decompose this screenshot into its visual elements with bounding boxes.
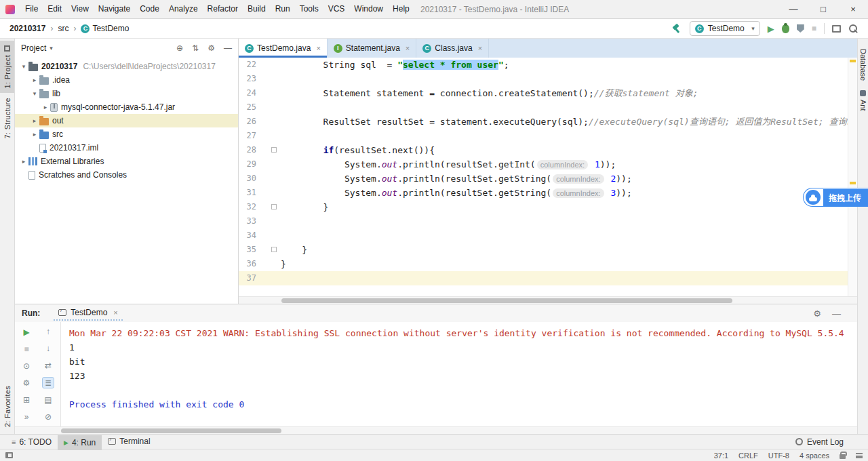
rerun-button[interactable]: ▶ xyxy=(20,326,33,338)
menu-file[interactable]: File xyxy=(20,0,43,18)
event-log-button[interactable]: Event Log xyxy=(795,437,863,447)
editor-tab-testdemo-java[interactable]: CTestDemo.java× xyxy=(239,39,328,58)
stop-button[interactable]: ■ xyxy=(20,343,33,355)
menu-code[interactable]: Code xyxy=(135,0,164,18)
editor[interactable]: 22 String sql = "select * from user";232… xyxy=(239,58,857,296)
chevron-right-icon[interactable]: ▸ xyxy=(19,158,28,165)
clear-all-button[interactable]: ⊘ xyxy=(42,411,54,422)
tree-item-out[interactable]: ▸out xyxy=(15,114,238,127)
code-line[interactable]: 33 xyxy=(239,214,857,228)
search-everywhere-icon[interactable] xyxy=(848,24,859,34)
code-line[interactable]: 30 System.out.println(resultSet.getStrin… xyxy=(239,172,857,186)
highlighting-level-icon[interactable] xyxy=(856,453,863,458)
tool-stripe-button-database[interactable]: Database xyxy=(858,44,868,85)
pin-button[interactable]: ⊞ xyxy=(20,394,33,405)
chevron-right-icon[interactable]: ▸ xyxy=(30,77,39,83)
breadcrumb-item-src[interactable]: src xyxy=(55,22,71,35)
close-icon[interactable]: × xyxy=(478,44,482,52)
scroll-to-end-button[interactable]: ≣ xyxy=(42,377,54,388)
console-output[interactable]: Mon Mar 22 09:22:03 CST 2021 WARN: Estab… xyxy=(61,322,857,426)
code-line[interactable]: 37 xyxy=(239,271,857,285)
drag-upload-overlay[interactable]: 拖拽上传 xyxy=(803,188,868,207)
editor-horizontal-scrollbar[interactable] xyxy=(239,296,857,304)
project-structure-icon[interactable] xyxy=(832,25,841,33)
code-line[interactable]: 36} xyxy=(239,257,857,271)
toolwindow-button-terminal[interactable]: Terminal xyxy=(102,434,156,449)
tool-stripe-button-ant[interactable]: Ant xyxy=(858,85,868,116)
chevron-right-icon[interactable]: ▸ xyxy=(41,104,50,111)
run-button[interactable]: ▶ xyxy=(768,24,774,34)
tool-stripe-button-1-project[interactable]: 1: Project xyxy=(0,41,14,93)
print-button[interactable]: ▤ xyxy=(42,394,54,405)
menu-window[interactable]: Window xyxy=(349,0,388,18)
chevron-down-icon[interactable]: ▾ xyxy=(30,90,39,97)
menu-refactor[interactable]: Refactor xyxy=(203,0,243,18)
code-line[interactable]: 29 System.out.println(resultSet.getInt(c… xyxy=(239,157,857,172)
code-line[interactable]: 22 String sql = "select * from user"; xyxy=(239,58,857,72)
editor-tab-statement-java[interactable]: IStatement.java× xyxy=(328,39,416,58)
tree-item-src[interactable]: ▸src xyxy=(15,127,238,141)
caret-position[interactable]: 37:1 xyxy=(714,452,728,460)
run-settings-button[interactable]: ⚙ xyxy=(20,377,33,388)
close-icon[interactable]: × xyxy=(406,44,410,52)
fold-marker[interactable] xyxy=(271,147,277,153)
tree-item-20210317-iml[interactable]: 20210317.iml xyxy=(15,141,238,155)
tool-stripe-button-7-structure[interactable]: 7: Structure xyxy=(0,93,14,143)
toolwindow-button-4-run[interactable]: ▶4: Run xyxy=(58,435,102,450)
stripe-mark[interactable] xyxy=(850,60,856,62)
run-tab[interactable]: TestDemo × xyxy=(54,306,122,321)
breadcrumb-item-testdemo[interactable]: CTestDemo xyxy=(78,22,132,35)
hide-panel-icon[interactable]: — xyxy=(832,308,841,319)
run-configuration-select[interactable]: C TestDemo ▾ xyxy=(690,21,760,36)
code-line[interactable]: 24 Statement statement = connection.crea… xyxy=(239,86,857,100)
gear-icon[interactable]: ⚙ xyxy=(813,308,821,319)
console-line[interactable] xyxy=(69,383,857,397)
dump-threads-button[interactable]: ⊙ xyxy=(20,360,33,372)
minimize-button[interactable]: — xyxy=(778,0,808,18)
locate-file-icon[interactable]: ⊕ xyxy=(176,43,183,53)
project-panel-title[interactable]: Project xyxy=(21,43,46,53)
code-line[interactable]: 23 xyxy=(239,72,857,86)
line-separator[interactable]: CRLF xyxy=(738,452,758,460)
close-icon[interactable]: × xyxy=(316,44,320,52)
tree-item-external-libraries[interactable]: ▸External Libraries xyxy=(15,155,238,168)
scrollbar-thumb[interactable] xyxy=(281,298,732,303)
console-line[interactable]: 1 xyxy=(69,340,857,355)
toolwindow-toggle-icon[interactable] xyxy=(5,452,13,458)
hide-panel-icon[interactable]: — xyxy=(224,43,232,53)
coverage-button[interactable] xyxy=(797,24,804,33)
code-line[interactable]: 27 xyxy=(239,129,857,143)
debug-button[interactable] xyxy=(782,24,789,33)
scrollbar-thumb[interactable] xyxy=(61,428,281,433)
indent-setting[interactable]: 4 spaces xyxy=(800,452,829,460)
chevron-right-icon[interactable]: ▸ xyxy=(30,117,39,124)
menu-run[interactable]: Run xyxy=(271,0,295,18)
menu-analyze[interactable]: Analyze xyxy=(164,0,203,18)
menu-help[interactable]: Help xyxy=(388,0,414,18)
console-line[interactable]: Mon Mar 22 09:22:03 CST 2021 WARN: Estab… xyxy=(69,326,857,340)
file-encoding[interactable]: UTF-8 xyxy=(768,452,789,460)
fold-marker[interactable] xyxy=(271,247,277,252)
menu-vcs[interactable]: VCS xyxy=(323,0,350,18)
console-line[interactable]: bit xyxy=(69,355,857,369)
toolwindow-button-6-todo[interactable]: ≡6: TODO xyxy=(5,435,58,449)
collapse-all-icon[interactable]: ⇅ xyxy=(192,43,199,53)
tree-item-lib[interactable]: ▾lib xyxy=(15,87,238,100)
close-button[interactable]: × xyxy=(838,0,868,18)
fold-marker[interactable] xyxy=(271,204,277,209)
menu-edit[interactable]: Edit xyxy=(43,0,66,18)
breadcrumb-item-20210317[interactable]: 20210317 xyxy=(7,22,48,35)
soft-wrap-button[interactable]: ⇄ xyxy=(42,360,54,372)
code-line[interactable]: 28 if(resultSet.next()){ xyxy=(239,143,857,157)
code-line[interactable]: 35 } xyxy=(239,243,857,257)
code-line[interactable]: 32 } xyxy=(239,200,857,214)
gear-icon[interactable]: ⚙ xyxy=(208,43,215,53)
console-line[interactable]: Process finished with exit code 0 xyxy=(69,397,857,412)
menu-build[interactable]: Build xyxy=(243,0,271,18)
tree-item-20210317[interactable]: ▾20210317C:\Users\dell\IdeaProjects\2021… xyxy=(15,60,238,73)
menu-navigate[interactable]: Navigate xyxy=(94,0,135,18)
code-line[interactable]: 31 System.out.println(resultSet.getStrin… xyxy=(239,186,857,200)
close-icon[interactable]: × xyxy=(113,308,117,317)
menu-tools[interactable]: Tools xyxy=(295,0,323,18)
down-stack-button[interactable]: ↓ xyxy=(42,343,54,355)
